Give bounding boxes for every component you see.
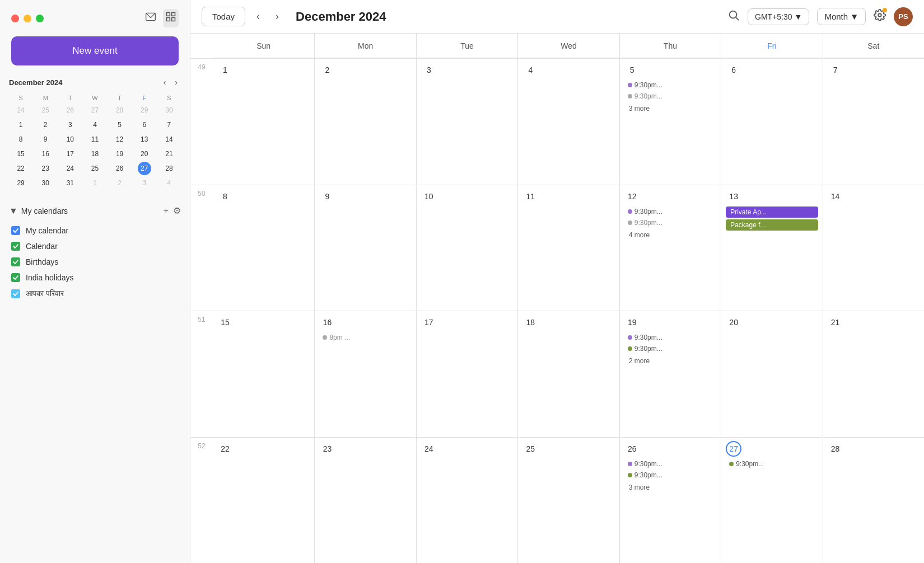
day-cell-dec25[interactable]: 25: [517, 438, 619, 564]
day-cell-dec14[interactable]: 14: [823, 185, 924, 311]
day-num-10[interactable]: 10: [421, 189, 437, 204]
day-num-15[interactable]: 15: [217, 315, 233, 330]
event-dec12-2[interactable]: 9:30pm...: [624, 218, 716, 228]
day-cell-dec15[interactable]: 15: [213, 311, 314, 437]
day-num-20[interactable]: 20: [726, 315, 741, 330]
more-events-dec26[interactable]: 3 more: [624, 482, 716, 492]
day-cell-dec13[interactable]: 13 Private Ap... Package f...: [721, 185, 822, 311]
day-num-22[interactable]: 22: [217, 441, 233, 457]
mini-cal-day-2[interactable]: 2: [39, 118, 52, 132]
minimize-dot[interactable]: [24, 15, 31, 22]
day-num-1[interactable]: 1: [217, 62, 233, 78]
mini-cal-day-19[interactable]: 19: [113, 147, 127, 161]
mini-cal-prev[interactable]: ‹: [160, 77, 170, 88]
mini-cal-day-25[interactable]: 25: [88, 162, 101, 175]
day-cell-dec4[interactable]: 4: [517, 59, 619, 185]
user-avatar-button[interactable]: PS: [894, 7, 913, 26]
today-button[interactable]: Today: [202, 7, 245, 26]
mini-cal-day-22[interactable]: 22: [14, 162, 27, 175]
event-dec27-1[interactable]: 9:30pm...: [726, 459, 818, 469]
day-num-21[interactable]: 21: [828, 315, 843, 330]
mini-cal-day-24[interactable]: 24: [63, 162, 77, 175]
day-cell-dec22[interactable]: 22: [213, 438, 314, 564]
more-events-dec12[interactable]: 4 more: [624, 230, 716, 240]
day-num-13[interactable]: 13: [726, 189, 741, 204]
event-dec16-1[interactable]: 8pm ...: [319, 332, 411, 343]
mini-cal-day-27[interactable]: 27: [138, 162, 151, 175]
next-month-button[interactable]: ›: [271, 8, 283, 25]
day-num-23[interactable]: 23: [319, 441, 335, 457]
day-cell-dec18[interactable]: 18: [517, 311, 619, 437]
grid-icon-button[interactable]: [163, 9, 179, 27]
mini-cal-day-27-other[interactable]: 27: [88, 104, 101, 117]
mini-cal-day-17[interactable]: 17: [63, 147, 77, 161]
day-num-24[interactable]: 24: [421, 441, 437, 457]
mini-cal-day-3-other[interactable]: 3: [138, 176, 151, 190]
mini-cal-day-30[interactable]: 30: [39, 176, 52, 190]
event-dec26-1[interactable]: 9:30pm...: [624, 459, 716, 469]
event-dec5-1[interactable]: 9:30pm...: [624, 80, 716, 90]
maximize-dot[interactable]: [36, 15, 44, 22]
new-event-button[interactable]: New event: [11, 36, 179, 65]
mini-cal-day-29[interactable]: 29: [14, 176, 27, 190]
day-cell-dec19[interactable]: 19 9:30pm... 9:30pm... 2 more: [619, 311, 721, 437]
day-cell-dec21[interactable]: 21: [823, 311, 924, 437]
mini-cal-day-9[interactable]: 9: [39, 133, 52, 146]
day-num-17[interactable]: 17: [421, 315, 437, 330]
mini-cal-day-28-other[interactable]: 28: [113, 104, 127, 117]
event-dec5-2[interactable]: 9:30pm...: [624, 91, 716, 101]
day-num-9[interactable]: 9: [319, 189, 335, 204]
day-num-19[interactable]: 19: [624, 315, 640, 330]
day-num-27-today[interactable]: 27: [726, 441, 741, 457]
mini-cal-day-20[interactable]: 20: [138, 147, 151, 161]
day-num-26[interactable]: 26: [624, 441, 640, 457]
day-num-6[interactable]: 6: [726, 62, 741, 78]
close-dot[interactable]: [11, 15, 19, 22]
calendar-item-2[interactable]: Birthdays: [9, 254, 181, 270]
mini-cal-day-23[interactable]: 23: [39, 162, 52, 175]
day-cell-dec26[interactable]: 26 9:30pm... 9:30pm... 3 more: [619, 438, 721, 564]
calendar-item-4[interactable]: आपका परिवार: [9, 285, 181, 302]
mini-cal-day-3[interactable]: 3: [63, 118, 77, 132]
add-calendar-button[interactable]: +: [164, 206, 169, 216]
mini-cal-day-31[interactable]: 31: [63, 176, 77, 190]
calendar-item-1[interactable]: Calendar: [9, 238, 181, 254]
mini-cal-day-15[interactable]: 15: [14, 147, 27, 161]
timezone-selector[interactable]: GMT+5:30 ▼: [748, 8, 809, 25]
day-cell-dec24[interactable]: 24: [416, 438, 517, 564]
mini-cal-day-26[interactable]: 26: [113, 162, 127, 175]
mini-cal-day-4[interactable]: 4: [88, 118, 101, 132]
mini-cal-day-8[interactable]: 8: [14, 133, 27, 146]
day-cell-dec23[interactable]: 23: [314, 438, 416, 564]
event-dec12-1[interactable]: 9:30pm...: [624, 207, 716, 217]
calendar-checkbox-0[interactable]: [11, 226, 20, 235]
calendar-settings-button[interactable]: ⚙: [173, 205, 181, 216]
mini-cal-day-16[interactable]: 16: [39, 147, 52, 161]
day-cell-dec1[interactable]: 1: [213, 59, 314, 185]
day-num-16[interactable]: 16: [319, 315, 335, 330]
mini-cal-day-30-other[interactable]: 30: [162, 104, 176, 117]
day-num-4[interactable]: 4: [522, 62, 538, 78]
day-num-12[interactable]: 12: [624, 189, 640, 204]
day-cell-dec17[interactable]: 17: [416, 311, 517, 437]
calendar-item-0[interactable]: My calendar: [9, 223, 181, 238]
calendar-item-3[interactable]: India holidays: [9, 270, 181, 285]
view-selector[interactable]: Month ▼: [817, 8, 866, 25]
prev-month-button[interactable]: ‹: [252, 8, 264, 25]
day-num-18[interactable]: 18: [522, 315, 538, 330]
more-events-dec19[interactable]: 2 more: [624, 356, 716, 366]
day-cell-dec16[interactable]: 16 8pm ...: [314, 311, 416, 437]
settings-button[interactable]: [874, 9, 886, 24]
mini-cal-day-28[interactable]: 28: [162, 162, 176, 175]
day-cell-dec3[interactable]: 3: [416, 59, 517, 185]
day-cell-dec8[interactable]: 8: [213, 185, 314, 311]
day-num-7[interactable]: 7: [828, 62, 843, 78]
mini-cal-day-18[interactable]: 18: [88, 147, 101, 161]
mini-cal-day-24-other[interactable]: 24: [14, 104, 27, 117]
day-cell-dec5[interactable]: 5 9:30pm... 9:30pm... 3 more: [619, 59, 721, 185]
mini-cal-day-29-other[interactable]: 29: [138, 104, 151, 117]
mini-cal-day-12[interactable]: 12: [113, 133, 127, 146]
day-cell-dec10[interactable]: 10: [416, 185, 517, 311]
mini-cal-next[interactable]: ›: [171, 77, 181, 88]
mini-cal-day-10[interactable]: 10: [63, 133, 77, 146]
